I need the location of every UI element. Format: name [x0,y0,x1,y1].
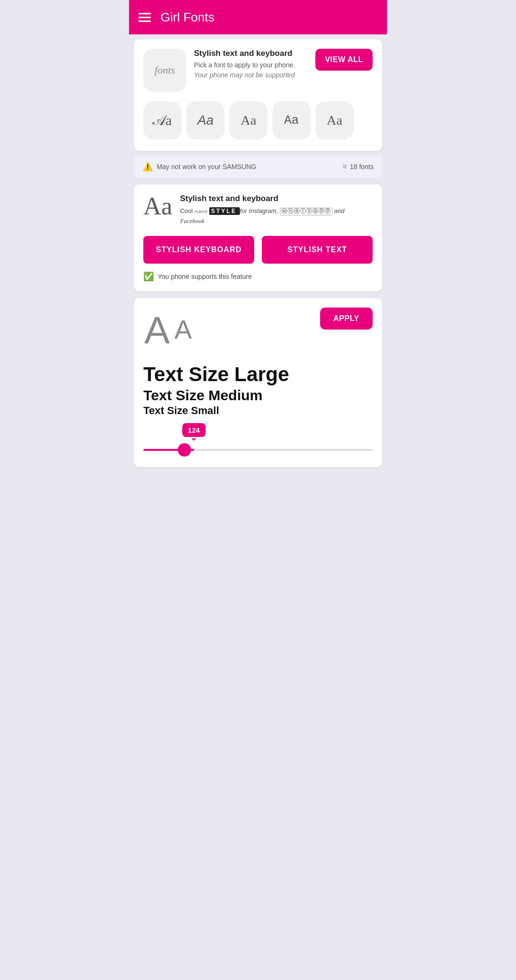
font-sample-1[interactable]: 𝒜a [143,101,182,139]
view-all-button[interactable]: VIEW ALL [315,49,373,71]
card2-buttons: STYLISH KEYBOARD STYLISH TEXT [143,236,373,264]
apply-button[interactable]: APPLY [320,308,373,330]
stylish-text-card: Aa Stylish text and keyboard Cool fonts … [134,184,382,291]
font-sample-5[interactable]: Aa [315,101,354,139]
fonts-logo: fonts [143,49,186,92]
svg-text:A: A [174,315,192,344]
card1-description: Pick a font to apply to your phone. Your… [194,60,308,80]
app-title: Girl Fonts [161,10,215,25]
card2-header: Aa Stylish text and keyboard Cool fonts … [143,194,373,226]
card1-title: Stylish text and keyboard [194,49,308,58]
warning-icon: ⚠️ [142,161,153,172]
warning-text: May not work on your SAMSUNG [157,163,257,170]
fonts-count-text: 18 fonts [350,163,374,170]
card2-info: Stylish text and keyboard Cool fonts STY… [180,194,344,226]
svg-text:A: A [144,309,170,351]
text-size-slider[interactable] [143,449,373,451]
stylish-text-button[interactable]: STYLISH TEXT [262,236,373,264]
big-aa-icon: Aa [143,194,172,219]
warning-bar: ⚠️ May not work on your SAMSUNG ≡ 18 fon… [134,156,382,178]
font-sample-4[interactable]: Aa [272,101,311,139]
font-samples-row: 𝒜a Aa Aa Aa Aa [143,101,373,141]
fonts-logo-text: fonts [155,64,175,76]
text-size-large-label: Text Size Large [143,363,373,385]
support-note: ✅ You phone supports this feature [143,271,373,282]
menu-button[interactable] [139,13,151,22]
support-text: You phone supports this feature [158,273,252,280]
text-size-icon: A A [143,308,201,352]
app-header: Girl Fonts [129,0,387,34]
list-icon: ≡ [343,162,347,171]
stylish-keyboard-button[interactable]: STYLISH KEYBOARD [143,236,254,264]
style-letters: STYLE [209,207,240,215]
fonts-count: ≡ 18 fonts [343,162,374,171]
text-size-card: A A APPLY Text Size Large Text Size Medi… [134,298,382,467]
card2-title: Stylish text and keyboard [180,194,344,203]
text-size-small-label: Text Size Small [143,405,373,416]
slider-container: 124 [143,428,373,458]
card2-description: Cool fonts STYLE for Instagram, ⓦⓗⓐⓣⓢⓐⓟⓟ… [180,206,344,226]
fonts-card: fonts Stylish text and keyboard Pick a f… [134,39,382,151]
check-icon: ✅ [143,271,154,282]
slider-tooltip: 124 [182,423,205,437]
warning-left: ⚠️ May not work on your SAMSUNG [142,161,257,172]
font-sample-3[interactable]: Aa [229,101,268,139]
card3-top: A A APPLY [143,308,373,352]
font-sample-2[interactable]: Aa [186,101,225,139]
card1-info: Stylish text and keyboard Pick a font to… [194,49,308,80]
text-size-medium-label: Text Size Medium [143,387,373,403]
